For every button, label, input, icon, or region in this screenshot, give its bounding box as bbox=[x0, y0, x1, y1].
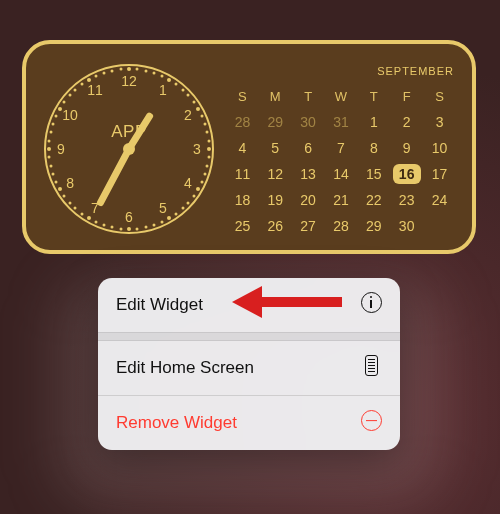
phone-icon bbox=[360, 355, 382, 381]
calendar-day: 22 bbox=[357, 187, 390, 213]
calendar-day: 11 bbox=[226, 161, 259, 187]
calendar-day: 26 bbox=[259, 213, 292, 239]
calendar-day: 27 bbox=[292, 213, 325, 239]
calendar-day: 15 bbox=[357, 161, 390, 187]
calendar-day: 8 bbox=[357, 135, 390, 161]
calendar-day: 29 bbox=[259, 109, 292, 135]
calendar-day: 16 bbox=[390, 161, 423, 187]
calendar-day: 4 bbox=[226, 135, 259, 161]
calendar-day: 30 bbox=[292, 109, 325, 135]
menu-label: Remove Widget bbox=[116, 413, 237, 433]
clock-number: 12 bbox=[121, 73, 137, 89]
analog-clock: APP 121234567891011 bbox=[32, 52, 222, 242]
calendar-day: 1 bbox=[357, 109, 390, 135]
clock-number: 10 bbox=[62, 107, 78, 123]
clock-number: 6 bbox=[125, 209, 133, 225]
calendar-day: 19 bbox=[259, 187, 292, 213]
calendar-day: 2 bbox=[390, 109, 423, 135]
clock-number: 9 bbox=[57, 141, 65, 157]
calendar-day: 7 bbox=[325, 135, 358, 161]
clock-number: 4 bbox=[184, 175, 192, 191]
calendar-clock-widget[interactable]: APP 121234567891011 SEPTEMBER SMTWTFS 28… bbox=[22, 40, 476, 254]
menu-label: Edit Widget bbox=[116, 295, 203, 315]
minus-circle-icon bbox=[360, 410, 382, 436]
calendar-day: 10 bbox=[423, 135, 456, 161]
clock-number: 1 bbox=[159, 82, 167, 98]
calendar-weekday: F bbox=[390, 83, 423, 109]
calendar-day: 21 bbox=[325, 187, 358, 213]
info-icon bbox=[360, 292, 382, 318]
calendar-day: 17 bbox=[423, 161, 456, 187]
calendar-day: 24 bbox=[423, 187, 456, 213]
calendar-day: 20 bbox=[292, 187, 325, 213]
calendar-day bbox=[423, 213, 456, 239]
calendar-day: 5 bbox=[259, 135, 292, 161]
clock-number: 7 bbox=[91, 200, 99, 216]
calendar-day: 18 bbox=[226, 187, 259, 213]
clock-number: 5 bbox=[159, 200, 167, 216]
calendar-day: 14 bbox=[325, 161, 358, 187]
calendar-weekday: M bbox=[259, 83, 292, 109]
remove-widget-item[interactable]: Remove Widget bbox=[98, 396, 400, 450]
clock-number: 8 bbox=[66, 175, 74, 191]
calendar-day: 9 bbox=[390, 135, 423, 161]
calendar-day: 29 bbox=[357, 213, 390, 239]
calendar-weekday: S bbox=[423, 83, 456, 109]
calendar-day: 30 bbox=[390, 213, 423, 239]
calendar-day: 31 bbox=[325, 109, 358, 135]
calendar-day: 6 bbox=[292, 135, 325, 161]
calendar-weekday: W bbox=[325, 83, 358, 109]
calendar-day: 12 bbox=[259, 161, 292, 187]
edit-home-screen-item[interactable]: Edit Home Screen bbox=[98, 341, 400, 395]
clock-number: 3 bbox=[193, 141, 201, 157]
clock-number: 11 bbox=[87, 82, 103, 98]
calendar-day: 3 bbox=[423, 109, 456, 135]
calendar-day: 28 bbox=[226, 109, 259, 135]
calendar-weekday: S bbox=[226, 83, 259, 109]
clock-number: 2 bbox=[184, 107, 192, 123]
calendar-grid: SMTWTFS 28293031123456789101112131415161… bbox=[226, 83, 456, 239]
calendar-weekday: T bbox=[357, 83, 390, 109]
calendar-day: 28 bbox=[325, 213, 358, 239]
calendar-today: 16 bbox=[393, 164, 421, 184]
calendar-day: 13 bbox=[292, 161, 325, 187]
menu-label: Edit Home Screen bbox=[116, 358, 254, 378]
calendar-weekday: T bbox=[292, 83, 325, 109]
context-menu: Edit Widget Edit Home Screen Remove Widg… bbox=[98, 278, 400, 450]
calendar: SEPTEMBER SMTWTFS 2829303112345678910111… bbox=[222, 55, 472, 239]
calendar-day: 25 bbox=[226, 213, 259, 239]
calendar-month: SEPTEMBER bbox=[226, 65, 456, 77]
calendar-day: 23 bbox=[390, 187, 423, 213]
edit-widget-item[interactable]: Edit Widget bbox=[98, 278, 400, 332]
